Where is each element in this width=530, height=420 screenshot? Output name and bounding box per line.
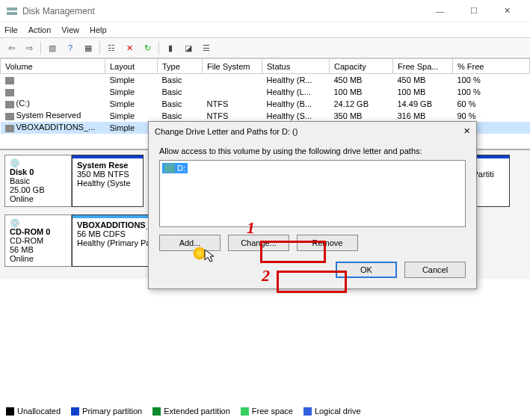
window-title: Disk Management bbox=[22, 6, 423, 16]
remove-button[interactable]: Remove bbox=[297, 235, 358, 251]
cancel-button[interactable]: Cancel bbox=[404, 262, 466, 278]
menu-file[interactable]: File bbox=[4, 25, 18, 34]
maximize-button[interactable]: ☐ bbox=[457, 1, 490, 22]
col-capacity[interactable]: Capacity bbox=[330, 59, 393, 74]
legend-item: Primary partition bbox=[71, 407, 142, 416]
change-drive-letter-dialog: Change Drive Letter and Paths for D: () … bbox=[148, 121, 477, 289]
col-volume[interactable]: Volume bbox=[1, 59, 105, 74]
menubar: File Action View Help bbox=[0, 22, 530, 37]
forward-icon[interactable]: ⇨ bbox=[21, 40, 37, 56]
dialog-titlebar: Change Drive Letter and Paths for D: () … bbox=[149, 122, 476, 140]
drive-icon bbox=[164, 164, 175, 173]
col-fs[interactable]: File System bbox=[203, 59, 262, 74]
action2-icon[interactable]: ◪ bbox=[180, 40, 197, 56]
help-icon[interactable]: ? bbox=[62, 40, 78, 56]
titlebar: Disk Management — ☐ ✕ bbox=[0, 0, 530, 22]
col-layout[interactable]: Layout bbox=[105, 59, 158, 74]
table-row[interactable]: (C:)SimpleBasicNTFSHealthy (B...24.12 GB… bbox=[1, 98, 530, 110]
drive-list[interactable]: D: bbox=[159, 160, 466, 227]
delete-icon[interactable]: ✕ bbox=[121, 40, 138, 56]
table-row[interactable]: System ReservedSimpleBasicNTFSHealthy (S… bbox=[1, 110, 530, 122]
menu-help[interactable]: Help bbox=[90, 25, 107, 34]
col-free[interactable]: Free Spa... bbox=[393, 59, 453, 74]
close-button[interactable]: ✕ bbox=[490, 1, 524, 22]
dialog-title: Change Drive Letter and Paths for D: () bbox=[155, 127, 463, 136]
toolbar: ⇦ ⇨ ▥ ? ▦ ☷ ✕ ↻ ▮ ◪ ☰ bbox=[0, 37, 530, 58]
list-icon[interactable]: ☰ bbox=[198, 40, 215, 56]
col-pct[interactable]: % Free bbox=[453, 59, 530, 74]
legend-item: Free space bbox=[241, 407, 293, 416]
menu-action[interactable]: Action bbox=[28, 25, 52, 34]
table-row[interactable]: SimpleBasicHealthy (R...450 MB450 MB100 … bbox=[1, 74, 530, 86]
back-icon[interactable]: ⇦ bbox=[3, 40, 19, 56]
refresh-icon[interactable]: ↻ bbox=[139, 40, 155, 56]
legend-item: Extended partition bbox=[152, 407, 230, 416]
legend: UnallocatedPrimary partitionExtended par… bbox=[6, 407, 361, 416]
view-top-icon[interactable]: ▥ bbox=[44, 40, 61, 56]
dialog-message: Allow access to this volume by using the… bbox=[159, 146, 466, 155]
app-icon bbox=[6, 5, 18, 17]
col-status[interactable]: Status bbox=[262, 59, 330, 74]
properties-icon[interactable]: ☷ bbox=[103, 40, 120, 56]
ok-button[interactable]: OK bbox=[336, 262, 397, 278]
disk-label[interactable]: 💿CD-ROM 0CD-ROM56 MBOnline bbox=[4, 214, 72, 267]
drive-letter: D: bbox=[177, 164, 185, 173]
view-bottom-icon[interactable]: ▦ bbox=[80, 40, 96, 56]
table-row[interactable]: SimpleBasicHealthy (L...100 MB100 MB100 … bbox=[1, 86, 530, 98]
change-button[interactable]: Change... bbox=[228, 235, 289, 251]
drive-list-item[interactable]: D: bbox=[162, 163, 188, 173]
col-type[interactable]: Type bbox=[158, 59, 203, 74]
table-header[interactable]: Volume Layout Type File System Status Ca… bbox=[1, 59, 530, 74]
add-button[interactable]: Add... bbox=[159, 235, 221, 251]
minimize-button[interactable]: — bbox=[423, 1, 457, 22]
disk-label[interactable]: 💿Disk 0Basic25.00 GBOnline bbox=[4, 155, 72, 207]
menu-view[interactable]: View bbox=[61, 25, 79, 34]
legend-item: Logical drive bbox=[303, 407, 361, 416]
dialog-close-icon[interactable]: ✕ bbox=[463, 126, 470, 136]
svg-rect-0 bbox=[7, 7, 17, 10]
separator bbox=[40, 41, 41, 55]
svg-rect-1 bbox=[7, 12, 17, 15]
legend-item: Unallocated bbox=[6, 407, 61, 416]
separator bbox=[158, 41, 159, 55]
separator bbox=[99, 41, 100, 55]
partition[interactable]: System Rese350 MB NTFSHealthy (Syste bbox=[72, 155, 144, 207]
action-icon[interactable]: ▮ bbox=[162, 40, 179, 56]
